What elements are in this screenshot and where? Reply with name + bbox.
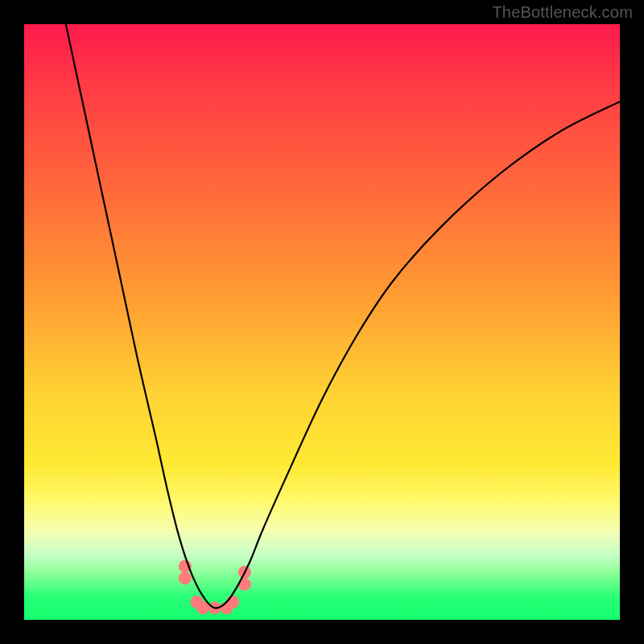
chart-plot-area: [24, 24, 620, 620]
watermark-text: TheBottleneck.com: [492, 3, 633, 22]
outer-frame: TheBottleneck.com: [0, 0, 644, 644]
bottleneck-curve: [66, 24, 620, 608]
trough-dot: [179, 572, 192, 584]
trough-dot: [226, 596, 239, 609]
chart-svg: [24, 24, 620, 620]
trough-dot: [238, 578, 251, 591]
